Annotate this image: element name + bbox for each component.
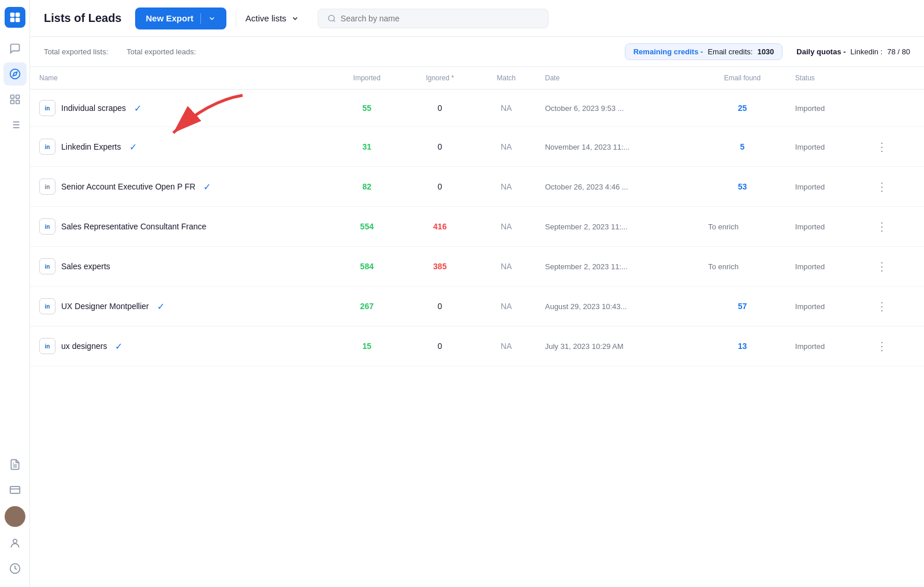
cell-more: ⋮ — [862, 207, 925, 247]
search-box[interactable] — [318, 9, 549, 28]
email-credits-label: Email credits: — [707, 47, 752, 56]
credits-section: Remaining credits - Email credits: 1030 … — [625, 43, 910, 60]
source-icon: in — [39, 179, 55, 195]
svg-rect-0 — [10, 13, 14, 17]
sidebar-item-explore[interactable] — [3, 62, 27, 86]
active-lists-label: Active lists — [245, 13, 286, 23]
sidebar-item-exports[interactable] — [3, 453, 27, 476]
cell-imported: 15 — [331, 326, 403, 366]
app-logo[interactable] — [5, 7, 25, 28]
row-name[interactable]: UX Designer Montpellier — [61, 302, 149, 311]
row-name[interactable]: Individual scrapes — [61, 103, 126, 113]
table-container: Name Imported Ignored * Match Date Email… — [30, 67, 924, 587]
source-icon: in — [39, 338, 55, 354]
cell-more: ⋮ — [862, 326, 925, 366]
more-options-button[interactable]: ⋮ — [871, 138, 892, 156]
col-actions — [862, 67, 925, 90]
svg-rect-7 — [16, 95, 19, 99]
daily-quotas-box: Daily quotas - Linkedin : 78 / 80 — [796, 47, 910, 56]
row-name[interactable]: Sales experts — [61, 262, 110, 271]
active-lists-button[interactable]: Active lists — [236, 8, 308, 29]
sidebar-item-profile[interactable] — [3, 532, 27, 555]
cell-match: NA — [477, 207, 536, 247]
cell-match: NA — [477, 247, 536, 287]
cell-name: in Individual scrapes ✓ — [30, 90, 331, 127]
more-options-button[interactable]: ⋮ — [871, 297, 892, 315]
cell-ignored: 0 — [403, 326, 477, 366]
cell-name: in UX Designer Montpellier ✓ — [30, 287, 331, 326]
cell-status: Imported — [786, 127, 862, 167]
row-name[interactable]: Sales Representative Consultant France — [61, 222, 206, 231]
table-row: in Sales experts 584385NASeptember 2, 20… — [30, 247, 924, 287]
svg-marker-5 — [13, 72, 17, 76]
svg-point-22 — [329, 15, 334, 21]
active-lists-chevron-icon — [291, 14, 299, 23]
col-match: Match — [477, 67, 536, 90]
cell-date: November 14, 2023 11:... — [536, 127, 699, 167]
cell-more — [862, 90, 925, 127]
remaining-credits-box: Remaining credits - Email credits: 1030 — [625, 43, 783, 60]
cell-date: September 2, 2023 11:... — [536, 207, 699, 247]
cell-imported: 31 — [331, 127, 403, 167]
cell-match: NA — [477, 127, 536, 167]
sidebar-item-messages[interactable] — [3, 37, 27, 60]
linkedin-value: 78 / 80 — [887, 47, 910, 56]
verified-icon: ✓ — [129, 142, 137, 153]
more-options-button[interactable]: ⋮ — [871, 337, 892, 355]
row-name[interactable]: Senior Account Executive Open P FR — [61, 182, 195, 191]
svg-rect-6 — [10, 95, 14, 99]
more-options-button[interactable]: ⋮ — [871, 257, 892, 276]
sidebar-item-billing[interactable] — [3, 478, 27, 501]
cell-status: Imported — [786, 167, 862, 207]
source-icon: in — [39, 218, 55, 235]
cell-email-found: 57 — [699, 287, 786, 326]
cell-ignored: 385 — [403, 247, 477, 287]
cell-ignored: 416 — [403, 207, 477, 247]
cell-name: in Sales experts — [30, 247, 331, 287]
cell-status: Imported — [786, 247, 862, 287]
cell-email-found: 5 — [699, 127, 786, 167]
user-avatar[interactable] — [5, 506, 25, 527]
daily-quotas-label: Daily quotas - — [796, 47, 845, 56]
cell-match: NA — [477, 90, 536, 127]
verified-icon: ✓ — [157, 301, 165, 312]
table-row: in Individual scrapes ✓ 550NAOctober 6, … — [30, 90, 924, 127]
leads-table: Name Imported Ignored * Match Date Email… — [30, 67, 924, 366]
svg-point-4 — [10, 69, 20, 79]
cell-email-found: To enrich — [699, 247, 786, 287]
cell-date: September 2, 2023 11:... — [536, 247, 699, 287]
row-name[interactable]: Linkedin Experts — [61, 142, 121, 151]
cell-match: NA — [477, 167, 536, 207]
source-icon: in — [39, 258, 55, 274]
search-icon — [327, 14, 336, 23]
new-export-button[interactable]: New Export — [135, 8, 226, 29]
row-name[interactable]: ux designers — [61, 341, 107, 351]
cell-imported: 584 — [331, 247, 403, 287]
col-email-found: Email found — [699, 67, 786, 90]
verified-icon: ✓ — [203, 181, 211, 192]
stats-bar: Total exported lists: Total exported lea… — [30, 37, 924, 67]
svg-point-20 — [13, 539, 17, 543]
cell-ignored: 0 — [403, 127, 477, 167]
source-icon: in — [39, 139, 55, 155]
sidebar-item-clock[interactable] — [3, 557, 27, 580]
sidebar-item-lists[interactable] — [3, 113, 27, 136]
cell-email-found: 13 — [699, 326, 786, 366]
cell-name: in Linkedin Experts ✓ — [30, 127, 331, 167]
more-options-button[interactable]: ⋮ — [871, 217, 892, 236]
cell-date: July 31, 2023 10:29 AM — [536, 326, 699, 366]
table-row: in Sales Representative Consultant Franc… — [30, 207, 924, 247]
svg-rect-2 — [10, 18, 14, 23]
cell-status: Imported — [786, 207, 862, 247]
verified-icon: ✓ — [115, 341, 122, 352]
more-options-button[interactable]: ⋮ — [871, 177, 892, 196]
cell-name: in ux designers ✓ — [30, 326, 331, 366]
page-title: Lists of Leads — [44, 12, 121, 25]
search-input[interactable] — [341, 14, 539, 23]
cell-imported: 55 — [331, 90, 403, 127]
sidebar-item-sequences[interactable] — [3, 88, 27, 111]
svg-rect-18 — [10, 486, 20, 493]
cell-status: Imported — [786, 90, 862, 127]
col-status: Status — [786, 67, 862, 90]
cell-ignored: 0 — [403, 287, 477, 326]
